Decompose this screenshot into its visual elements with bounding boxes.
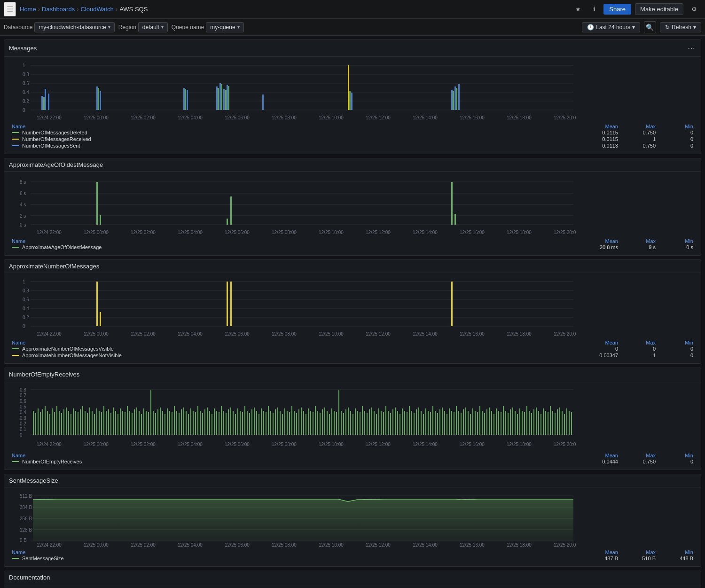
legend-color-not-visible	[12, 355, 19, 356]
svg-rect-280	[411, 411, 412, 435]
empty-receives-panel: NumberOfEmptyReceives 0.8 0.7 0.6 0.5 0.…	[4, 368, 701, 470]
breadcrumb-home[interactable]: Home	[20, 6, 36, 13]
svg-rect-140	[82, 406, 83, 435]
svg-text:12/25 12:00: 12/25 12:00	[366, 230, 391, 235]
make-editable-button[interactable]: Make editable	[635, 3, 683, 15]
legend-max-header-3: Max	[618, 340, 656, 345]
svg-text:12/25 10:00: 12/25 10:00	[319, 542, 344, 548]
svg-rect-15	[96, 86, 98, 110]
legend-name-header-3: Name	[12, 340, 580, 345]
svg-rect-175	[164, 414, 165, 435]
svg-rect-183	[183, 408, 184, 435]
breadcrumb-cloudwatch[interactable]: CloudWatch	[80, 6, 113, 13]
messages-panel-menu[interactable]: ⋯	[687, 43, 696, 54]
svg-rect-92	[100, 312, 101, 326]
queue-select[interactable]: my-queue ▾	[206, 22, 243, 32]
datasource-group: Datasource my-cloudwatch-datasource ▾	[4, 22, 115, 32]
svg-rect-164	[139, 411, 140, 435]
refresh-label: Refresh	[672, 24, 691, 31]
settings-icon[interactable]: ⚙	[687, 3, 701, 15]
messages-panel-title: Messages	[9, 45, 37, 52]
svg-rect-238	[313, 412, 313, 435]
svg-rect-62	[100, 215, 101, 225]
svg-rect-149	[103, 406, 104, 435]
legend-name-sent-size: SentMessageSize	[22, 556, 580, 561]
svg-text:12/25 20:0: 12/25 20:0	[554, 442, 576, 447]
svg-rect-262	[369, 409, 370, 435]
svg-text:12/25 06:00: 12/25 06:00	[225, 115, 250, 120]
refresh-button[interactable]: ↻ Refresh ▾	[660, 22, 701, 32]
svg-rect-284	[421, 411, 422, 435]
svg-text:12/25 20:0: 12/25 20:0	[554, 331, 576, 337]
approx-num-panel-header: ApproximateNumberOfMessages	[4, 260, 701, 273]
approx-age-chart: 8 s 6 s 4 s 2 s 0 s 12/24 22:00 12/25 00…	[8, 175, 697, 236]
queue-value: my-queue	[210, 24, 235, 31]
svg-rect-315	[494, 414, 494, 435]
legend-row-not-visible: ApproximateNumberOfMessagesNotVisible 0.…	[12, 352, 693, 359]
svg-text:384 B: 384 B	[20, 505, 32, 510]
svg-rect-265	[376, 414, 377, 435]
approx-num-legend-headers: Name Mean Max Min	[12, 340, 693, 345]
legend-max-sent: 0.750	[618, 143, 656, 149]
svg-rect-255	[352, 414, 353, 435]
svg-rect-179	[174, 406, 175, 435]
legend-row-empty-receives: NumberOfEmptyReceives 0.0444 0.750 0	[12, 458, 693, 465]
svg-rect-33	[221, 84, 222, 110]
legend-row-deleted: NumberOfMessagesDeleted 0.0115 0.750 0	[12, 129, 693, 136]
svg-text:12/25 14:00: 12/25 14:00	[413, 115, 438, 120]
svg-rect-294	[444, 411, 445, 435]
svg-rect-228	[289, 412, 290, 435]
svg-rect-185	[188, 414, 189, 435]
svg-rect-20	[219, 83, 221, 110]
star-button[interactable]: ★	[571, 3, 585, 15]
svg-rect-252	[345, 409, 346, 435]
svg-text:12/25 06:00: 12/25 06:00	[225, 331, 250, 337]
svg-rect-261	[367, 413, 368, 435]
svg-rect-199	[221, 406, 222, 435]
datasource-chevron: ▾	[108, 24, 110, 30]
svg-rect-243	[324, 408, 325, 435]
svg-rect-297	[451, 411, 452, 435]
breadcrumb-sep-1: ›	[38, 6, 40, 13]
svg-rect-173	[160, 408, 161, 435]
svg-rect-35	[228, 86, 229, 110]
legend-max-header-2: Max	[618, 238, 656, 244]
messages-chart: 1 0.8 0.6 0.4 0.2 0	[8, 61, 697, 122]
svg-text:1: 1	[23, 279, 25, 284]
info-button[interactable]: ℹ	[589, 3, 600, 15]
region-label: Region	[118, 24, 136, 31]
svg-rect-170	[153, 411, 154, 435]
svg-rect-254	[350, 411, 351, 435]
svg-rect-267	[381, 411, 382, 435]
svg-rect-219	[268, 406, 269, 435]
legend-min-sent-size: 448 B	[656, 556, 693, 561]
legend-name-visible: ApproximateNumberOfMessagesVisible	[22, 346, 580, 352]
svg-rect-189	[197, 406, 198, 435]
svg-rect-307	[475, 411, 476, 435]
svg-rect-234	[303, 411, 304, 435]
svg-rect-32	[218, 88, 219, 110]
svg-rect-327	[522, 411, 523, 435]
time-range-button[interactable]: 🕐 Last 24 hours ▾	[582, 22, 640, 32]
svg-text:12/25 10:00: 12/25 10:00	[319, 442, 344, 447]
legend-name-deleted: NumberOfMessagesDeleted	[22, 130, 580, 135]
svg-rect-289	[432, 406, 433, 435]
svg-text:0.2: 0.2	[23, 99, 29, 104]
zoom-out-button[interactable]: 🔍	[644, 21, 656, 33]
breadcrumb-dashboards[interactable]: Dashboards	[42, 6, 75, 13]
svg-rect-281	[414, 413, 415, 435]
svg-rect-312	[486, 409, 487, 435]
empty-receives-panel-body: 0.8 0.7 0.6 0.5 0.4 0.3 0.2 0.1 0	[4, 381, 701, 470]
svg-rect-256	[355, 408, 356, 435]
svg-rect-237	[310, 411, 311, 435]
share-button[interactable]: Share	[603, 4, 631, 15]
legend-name-header-5: Name	[12, 549, 580, 555]
svg-rect-324	[515, 411, 516, 435]
hamburger-menu[interactable]: ☰	[4, 2, 16, 16]
legend-mean-header-4: Mean	[580, 453, 618, 458]
svg-rect-326	[519, 408, 520, 435]
datasource-select[interactable]: my-cloudwatch-datasource ▾	[34, 22, 114, 32]
svg-rect-242	[322, 409, 323, 435]
region-select[interactable]: default ▾	[138, 22, 168, 32]
legend-max-header-4: Max	[618, 453, 656, 458]
